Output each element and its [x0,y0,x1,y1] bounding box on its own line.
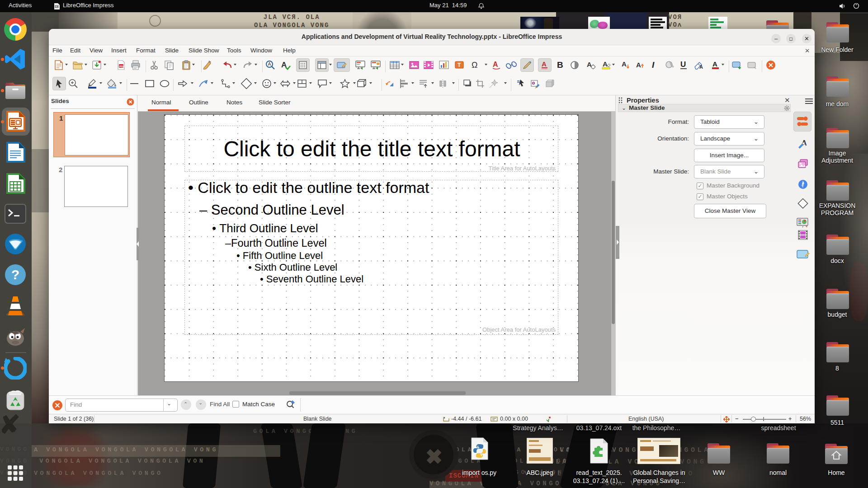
svg-text:A: A [712,60,717,68]
svg-text:PDF: PDF [119,65,125,68]
svg-text:Ω: Ω [472,61,477,70]
svg-text:A: A [699,64,703,70]
svg-text:B: B [557,60,563,70]
svg-text:A: A [493,61,498,68]
svg-text:A: A [622,60,627,68]
svg-text:A: A [542,60,547,68]
svg-text:U: U [680,60,686,69]
svg-text:?: ? [11,267,19,282]
svg-text:I: I [652,60,655,70]
svg-text:T: T [458,62,461,68]
svg-text:A: A [636,61,641,69]
svg-text:A: A [603,60,608,68]
